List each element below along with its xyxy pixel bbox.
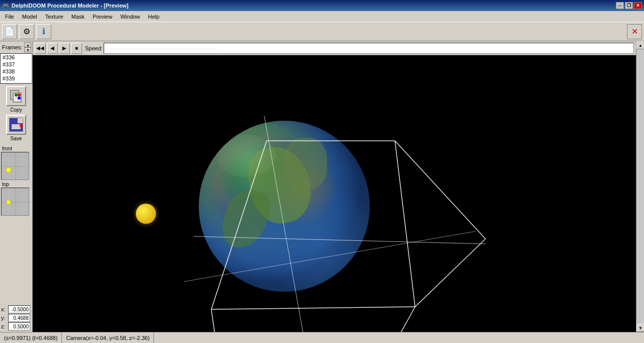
- save-icon-btn[interactable]: [6, 115, 26, 135]
- svg-line-14: [211, 309, 221, 332]
- y-input[interactable]: [8, 314, 30, 322]
- copy-label: Copy: [10, 107, 22, 113]
- new-icon: 📄: [5, 27, 15, 36]
- front-viewport[interactable]: [1, 152, 29, 180]
- svg-line-22: [415, 239, 486, 307]
- frame-339[interactable]: #339: [1, 75, 32, 82]
- copy-tool-group[interactable]: Copy: [6, 86, 26, 113]
- frame-336[interactable]: #336: [1, 54, 32, 61]
- titlebar-left: 🎮 DelphiDOOM Procedural Modeler - [Previ…: [2, 2, 128, 9]
- svg-line-19: [395, 141, 415, 307]
- close-preview-button[interactable]: ✕: [627, 24, 642, 39]
- svg-line-17: [211, 307, 415, 309]
- status-coords: (s=0.9971) (t=0.4688): [4, 335, 57, 341]
- yellow-light-sphere: [136, 204, 156, 224]
- toolbar-right: ✕: [627, 24, 642, 39]
- frames-list[interactable]: #336 #337 #338 #339 #340 #341: [0, 53, 32, 83]
- canvas-3d: [33, 55, 636, 332]
- preview-area[interactable]: ◀◀ ◀ ▶ ■ Speed: ........................…: [33, 41, 636, 332]
- settings-button[interactable]: ⚙: [19, 24, 34, 39]
- z-coord-row: z:: [1, 322, 31, 330]
- prev-button[interactable]: ◀: [47, 43, 58, 54]
- frames-down-button[interactable]: ▼: [24, 47, 31, 52]
- play-button[interactable]: ▶: [59, 43, 70, 54]
- top-label: top: [1, 181, 31, 188]
- menu-help[interactable]: Help: [144, 13, 164, 21]
- info-button[interactable]: ℹ: [36, 24, 51, 39]
- menubar: File Model Texture Mask Preview Window H…: [0, 11, 644, 22]
- earth-sphere: [199, 121, 370, 292]
- x-label: x:: [1, 306, 7, 312]
- animation-bar: ◀◀ ◀ ▶ ■ Speed: ........................…: [33, 41, 636, 55]
- titlebar: 🎮 DelphiDOOM Procedural Modeler - [Previ…: [0, 0, 644, 11]
- app-icon: 🎮: [2, 2, 10, 9]
- svg-rect-13: [7, 200, 11, 204]
- svg-line-21: [395, 141, 486, 239]
- right-scrollbar: ▲ ▼: [636, 41, 644, 332]
- top-viewport-section: top: [1, 181, 31, 216]
- frames-up-button[interactable]: ▲: [24, 42, 31, 47]
- status-left: (s=0.9971) (t=0.4688): [0, 332, 62, 343]
- titlebar-controls: ─ ❐ ✕: [616, 2, 642, 9]
- scroll-down-button[interactable]: ▼: [636, 324, 644, 332]
- save-tool-group[interactable]: Save: [6, 115, 26, 141]
- main-area: Frames: ▲ ▼ #336 #337 #338 #339 #340 #34…: [0, 41, 644, 332]
- copy-icon-btn[interactable]: [6, 86, 26, 106]
- menu-preview[interactable]: Preview: [89, 13, 116, 21]
- save-label: Save: [11, 136, 22, 141]
- scroll-up-button[interactable]: ▲: [636, 41, 644, 49]
- toolbar: 📄 ⚙ ℹ ✕: [0, 22, 644, 41]
- speed-dots: ........................................…: [105, 46, 218, 50]
- front-viewport-section: front: [1, 145, 31, 180]
- scroll-track[interactable]: [636, 49, 644, 324]
- y-label: y:: [1, 315, 7, 321]
- top-viewport[interactable]: [1, 188, 29, 216]
- menu-file[interactable]: File: [1, 13, 18, 21]
- rewind-button[interactable]: ◀◀: [35, 43, 46, 54]
- z-label: z:: [1, 323, 7, 329]
- new-button[interactable]: 📄: [2, 24, 17, 39]
- frame-340[interactable]: #340: [1, 82, 32, 83]
- left-panel: Frames: ▲ ▼ #336 #337 #338 #339 #340 #34…: [0, 41, 33, 332]
- z-input[interactable]: [8, 322, 30, 330]
- speed-bar[interactable]: ........................................…: [104, 43, 634, 54]
- menu-model[interactable]: Model: [18, 13, 41, 21]
- frame-338[interactable]: #338: [1, 68, 32, 75]
- settings-icon: ⚙: [23, 27, 30, 36]
- info-icon: ℹ: [42, 27, 45, 36]
- y-coord-row: y:: [1, 314, 31, 322]
- titlebar-title: DelphiDOOM Procedural Modeler - [Preview…: [12, 3, 128, 9]
- statusbar: (s=0.9971) (t=0.4688) Camera(x=-0.04, y=…: [0, 332, 644, 343]
- menu-mask[interactable]: Mask: [67, 13, 89, 21]
- tools-area: Copy Save: [0, 84, 32, 143]
- frame-337[interactable]: #337: [1, 61, 32, 68]
- status-right: Camera(x=-0.04, y=0.58, z=-2.36): [62, 332, 154, 343]
- minimize-button[interactable]: ─: [616, 2, 624, 9]
- menu-texture[interactable]: Texture: [41, 13, 67, 21]
- restore-button[interactable]: ❐: [625, 2, 633, 9]
- status-camera: Camera(x=-0.04, y=0.58, z=-2.36): [66, 335, 149, 341]
- menu-window[interactable]: Window: [116, 13, 144, 21]
- x-coord-row: x:: [1, 305, 31, 313]
- stop-button[interactable]: ■: [71, 43, 82, 54]
- svg-point-6: [6, 167, 11, 173]
- viewport-panels: front top: [0, 143, 32, 218]
- frames-label: Frames:: [2, 44, 22, 50]
- speed-label: Speed:: [85, 45, 103, 51]
- coord-display: x: y: z:: [0, 304, 32, 332]
- close-window-button[interactable]: ✕: [634, 2, 642, 9]
- front-label: front: [1, 145, 31, 152]
- svg-line-16: [375, 307, 415, 332]
- x-input[interactable]: [8, 305, 30, 313]
